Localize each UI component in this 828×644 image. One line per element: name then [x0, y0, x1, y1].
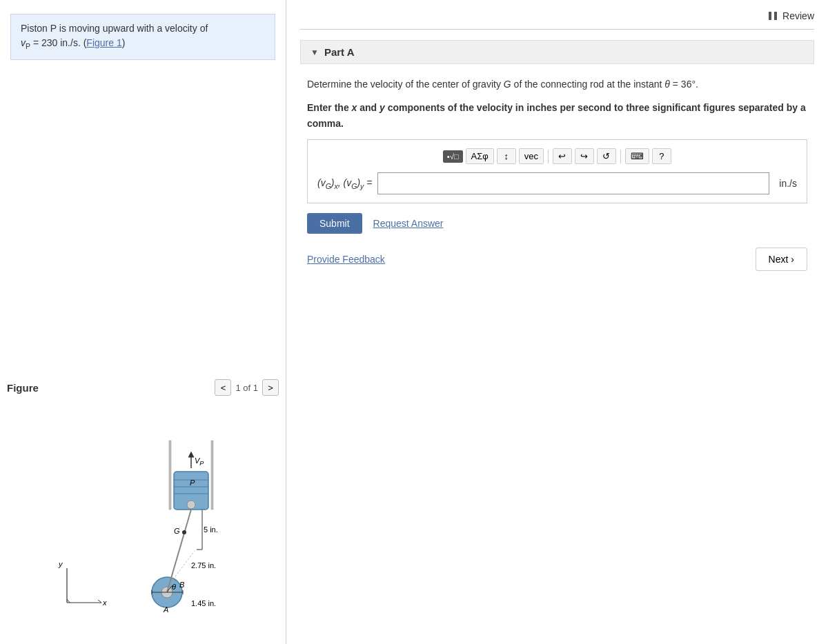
question-line1: Determine the velocity of the center of …: [307, 77, 807, 92]
action-row: Submit Request Answer: [307, 213, 807, 234]
next-button[interactable]: Next ›: [756, 248, 807, 271]
svg-rect-32: [169, 441, 171, 510]
top-divider: [300, 29, 814, 30]
part-label: Part A: [324, 46, 355, 58]
svg-text:2.75 in.: 2.75 in.: [191, 561, 216, 570]
left-panel: Piston P is moving upward with a velocit…: [0, 0, 286, 644]
toolbar-separator2: [620, 150, 621, 163]
svg-text:1.45 in.: 1.45 in.: [191, 599, 216, 607]
next-label: Next: [769, 254, 789, 265]
unit-label: in./s: [779, 178, 797, 189]
answer-input[interactable]: [377, 172, 769, 194]
matrix-button[interactable]: ▪√□: [443, 150, 463, 163]
figure-nav: < 1 of 1 >: [215, 379, 279, 396]
pause-icon: [769, 12, 777, 20]
math-label: (vG)x, (vG)y =: [317, 177, 372, 190]
arrows-button[interactable]: ↕: [497, 148, 516, 164]
svg-text:G: G: [174, 527, 180, 535]
figure-count: 1 of 1: [235, 383, 258, 393]
next-chevron: ›: [791, 254, 794, 265]
problem-statement: Piston P is moving upward with a velocit…: [10, 14, 275, 60]
problem-line2: vP = 230 in./s. (Figure 1): [21, 37, 125, 48]
provide-feedback-link[interactable]: Provide Feedback: [307, 254, 385, 265]
input-area: ▪√□ ΑΣφ ↕ vec ↩ ↪ ↺ ⌨ ?: [307, 139, 807, 203]
piston-figure-svg: y x B A θ: [46, 403, 239, 616]
part-header: ▼ Part A: [300, 40, 814, 64]
redo-button[interactable]: ↪: [575, 148, 594, 164]
request-answer-link[interactable]: Request Answer: [373, 218, 444, 229]
review-label: Review: [782, 10, 814, 21]
bottom-row: Provide Feedback Next ›: [307, 248, 807, 271]
svg-line-10: [167, 510, 191, 592]
svg-text:x: x: [102, 598, 107, 607]
keyboard-button[interactable]: ⌨: [625, 148, 649, 164]
figure-header: Figure < 1 of 1 >: [7, 379, 279, 396]
matrix-icon: ▪√□: [447, 152, 459, 161]
figure-prev-button[interactable]: <: [215, 379, 231, 396]
ase-button[interactable]: ΑΣφ: [466, 148, 494, 164]
figure-section: Figure < 1 of 1 > y x: [7, 379, 279, 616]
math-toolbar: ▪√□ ΑΣφ ↕ vec ↩ ↪ ↺ ⌨ ?: [317, 148, 797, 164]
figure-image: y x B A θ: [7, 403, 279, 616]
figure-next-button[interactable]: >: [262, 379, 279, 396]
svg-point-12: [182, 530, 186, 534]
svg-text:y: y: [58, 560, 63, 568]
help-button[interactable]: ?: [652, 148, 671, 164]
review-section: Review: [300, 10, 814, 22]
problem-line1: Piston P is moving upward with a velocit…: [21, 23, 208, 34]
refresh-button[interactable]: ↺: [597, 148, 616, 164]
figure-title: Figure: [7, 382, 39, 394]
keyboard-icon: ⌨: [631, 151, 644, 161]
review-link[interactable]: Review: [769, 10, 814, 21]
svg-text:θ: θ: [172, 583, 176, 591]
svg-text:VP: VP: [195, 456, 204, 467]
right-panel: Review ▼ Part A Determine the velocity o…: [286, 0, 828, 644]
collapse-arrow[interactable]: ▼: [310, 48, 319, 57]
svg-text:P: P: [190, 479, 195, 487]
question-bold-line: Enter the x and y components of the velo…: [307, 100, 807, 131]
figure-link[interactable]: Figure 1: [86, 37, 121, 48]
toolbar-separator1: [548, 150, 549, 163]
svg-text:B: B: [179, 581, 184, 589]
svg-point-28: [187, 501, 195, 509]
svg-text:A: A: [163, 605, 168, 614]
undo-button[interactable]: ↩: [553, 148, 572, 164]
submit-button[interactable]: Submit: [307, 213, 362, 234]
answer-row: (vG)x, (vG)y = in./s: [317, 172, 797, 194]
svg-text:5 in.: 5 in.: [204, 525, 218, 534]
question-body: Determine the velocity of the center of …: [300, 77, 814, 271]
vec-button[interactable]: vec: [519, 148, 544, 164]
svg-rect-33: [211, 441, 213, 510]
